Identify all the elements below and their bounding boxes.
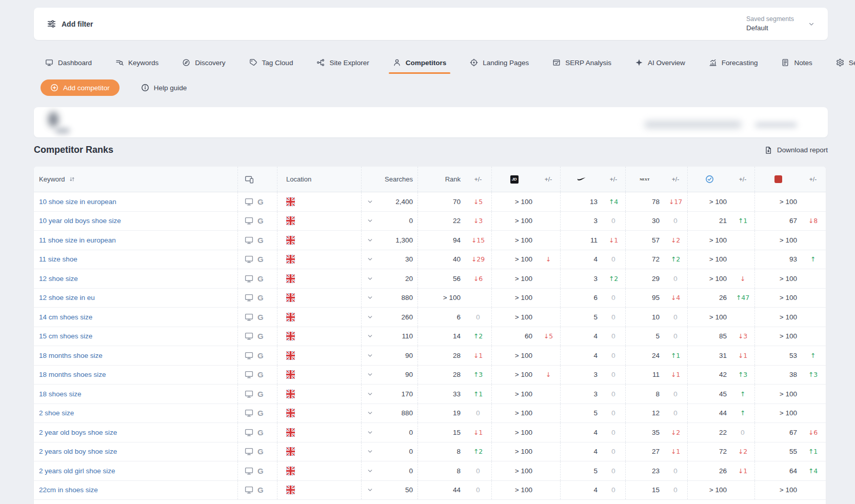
competitor-rank-cell-4: 45↑ bbox=[687, 385, 754, 404]
competitor-column-header-2[interactable]: +/- bbox=[560, 167, 625, 192]
expand-chevron-icon[interactable] bbox=[367, 410, 373, 416]
keyword-link[interactable]: 12 shoe size in eu bbox=[39, 294, 95, 301]
tab-ai-overview[interactable]: AI Overview bbox=[635, 55, 685, 70]
keyword-link[interactable]: 12 shoe size bbox=[39, 275, 78, 283]
tab-settings[interactable]: Settings bbox=[836, 55, 855, 70]
table-row[interactable]: 2 years old boy shoe size G bbox=[34, 442, 826, 462]
expand-chevron-icon[interactable] bbox=[367, 468, 373, 474]
table-row[interactable]: 18 months shoes size G bbox=[34, 366, 826, 385]
keyword-link[interactable]: 11 shoe size in european bbox=[39, 236, 116, 244]
keyword-link[interactable]: 18 months shoe size bbox=[39, 352, 103, 359]
expand-chevron-icon[interactable] bbox=[367, 429, 373, 436]
dashboard-icon bbox=[45, 58, 53, 67]
rank-column-header[interactable]: Rank +/- bbox=[417, 167, 491, 192]
uk-flag-icon bbox=[286, 351, 295, 360]
help-guide-link[interactable]: Help guide bbox=[141, 84, 187, 92]
competitor-rank-cell-2: 40 bbox=[560, 250, 625, 269]
table-row[interactable]: 2 year old boys shoe size G bbox=[34, 423, 826, 442]
expand-chevron-icon[interactable] bbox=[367, 487, 373, 493]
keyword-link[interactable]: 2 years old boy shoe size bbox=[39, 448, 117, 455]
competitor-rank-cell-4: > 100 bbox=[687, 481, 754, 500]
google-icon: G bbox=[257, 486, 264, 494]
expand-chevron-icon[interactable] bbox=[367, 391, 373, 397]
searches-column-header[interactable]: Searches bbox=[361, 167, 417, 192]
tab-forecasting[interactable]: Forecasting bbox=[709, 55, 758, 70]
table-row[interactable]: 11 size shoe G bbox=[34, 250, 826, 270]
table-row[interactable]: 11 shoe size in european G bbox=[34, 231, 826, 250]
tab-dashboard[interactable]: Dashboard bbox=[45, 55, 92, 70]
expand-chevron-icon[interactable] bbox=[367, 198, 373, 205]
tab-site-explorer[interactable]: Site Explorer bbox=[316, 55, 369, 70]
desktop-icon bbox=[245, 486, 253, 494]
keyword-link[interactable]: 15 cm shoes size bbox=[39, 332, 92, 340]
tab-serp-analysis[interactable]: SERP Analysis bbox=[552, 55, 611, 70]
table-row[interactable]: 18 shoes size G bbox=[34, 385, 826, 404]
uk-flag-icon bbox=[286, 467, 295, 475]
saved-segments-dropdown[interactable]: Saved segments Default bbox=[746, 15, 814, 33]
keyword-link[interactable]: 18 shoes size bbox=[39, 390, 82, 398]
competitor-column-header-5[interactable]: +/- bbox=[754, 167, 826, 192]
competitor-rank-cell-1: > 100 bbox=[491, 481, 560, 500]
action-row: Add competitor Help guide bbox=[41, 79, 187, 96]
table-row[interactable]: 2 shoe size G bbox=[34, 404, 826, 424]
page: { "colors": { "accent_orange": "#F28A3E"… bbox=[0, 0, 855, 504]
table-row[interactable]: 14 cm shoes size G bbox=[34, 308, 826, 327]
uk-flag-icon bbox=[286, 409, 295, 417]
keyword-link[interactable]: 2 years old girl shoe size bbox=[39, 467, 115, 475]
tab-tag-cloud[interactable]: Tag Cloud bbox=[249, 55, 293, 70]
expand-chevron-icon[interactable] bbox=[367, 448, 373, 455]
expand-chevron-icon[interactable] bbox=[367, 371, 373, 378]
competitor-rank-cell-4: 44↑ bbox=[687, 404, 754, 423]
keyword-link[interactable]: 2 year old boys shoe size bbox=[39, 429, 117, 436]
tab-landing-pages[interactable]: Landing Pages bbox=[470, 55, 529, 70]
competitor-rank-cell-4: > 100 bbox=[687, 231, 754, 250]
competitor-rank-cell-4: 85↓3 bbox=[687, 327, 754, 346]
google-icon: G bbox=[257, 217, 264, 225]
download-report-button[interactable]: Download report bbox=[764, 146, 828, 154]
competitor-rank-cell-5: > 100 bbox=[754, 269, 826, 288]
expand-chevron-icon[interactable] bbox=[367, 294, 373, 301]
expand-chevron-icon[interactable] bbox=[367, 275, 373, 282]
keyword-link[interactable]: 22cm in shoes size bbox=[39, 486, 98, 494]
table-row[interactable]: 10 shoe size in european G bbox=[34, 192, 826, 212]
rank-cell: > 100 bbox=[417, 289, 491, 308]
table-row[interactable]: 22cm in shoes size G bbox=[34, 481, 826, 500]
keyword-link[interactable]: 11 size shoe bbox=[39, 255, 77, 263]
table-row[interactable]: 12 shoe size in eu G bbox=[34, 289, 826, 308]
competitor-column-header-1[interactable]: JD +/- bbox=[491, 167, 560, 192]
expand-chevron-icon[interactable] bbox=[367, 314, 373, 320]
red-favicon bbox=[774, 175, 782, 183]
tab-discovery[interactable]: Discovery bbox=[182, 55, 225, 70]
table-row[interactable]: 2 years old girl shoe size G bbox=[34, 461, 826, 481]
competitor-rank-cell-2: 60 bbox=[560, 289, 625, 308]
expand-chevron-icon[interactable] bbox=[367, 352, 373, 359]
add-filter-button[interactable]: Add filter bbox=[47, 19, 93, 28]
table-row[interactable]: 10 year old boys shoe size G bbox=[34, 212, 826, 231]
expand-chevron-icon[interactable] bbox=[367, 256, 373, 263]
expand-chevron-icon[interactable] bbox=[367, 333, 373, 339]
tab-notes[interactable]: Notes bbox=[781, 55, 812, 70]
keyword-link[interactable]: 10 year old boys shoe size bbox=[39, 217, 121, 225]
expand-chevron-icon[interactable] bbox=[367, 237, 373, 244]
keyword-link[interactable]: 14 cm shoes size bbox=[39, 313, 92, 321]
tab-keywords[interactable]: Keywords bbox=[115, 55, 158, 70]
keyword-column-header[interactable]: Keyword bbox=[34, 167, 237, 192]
table-row[interactable]: 15 cm shoes size G bbox=[34, 327, 826, 347]
table-row[interactable]: 12 shoe size G bbox=[34, 269, 826, 289]
competitor-column-header-3[interactable]: NEXT +/- bbox=[625, 167, 687, 192]
competitor-column-header-4[interactable]: +/- bbox=[687, 167, 754, 192]
tab-competitors[interactable]: Competitors bbox=[393, 55, 447, 70]
keyword-link[interactable]: 10 shoe size in european bbox=[39, 198, 116, 206]
uk-flag-icon bbox=[286, 332, 295, 340]
searches-value: 880 bbox=[401, 409, 413, 417]
competitor-rank-cell-1: > 100 bbox=[491, 192, 560, 211]
searches-value: 880 bbox=[401, 294, 413, 301]
add-competitor-button[interactable]: Add competitor bbox=[41, 79, 120, 96]
expand-chevron-icon[interactable] bbox=[367, 217, 373, 224]
keyword-link[interactable]: 2 shoe size bbox=[39, 409, 74, 417]
uk-flag-icon bbox=[286, 428, 295, 437]
table-row[interactable]: 18 months shoe size G bbox=[34, 346, 826, 366]
keyword-link[interactable]: 18 months shoes size bbox=[39, 371, 106, 378]
google-icon: G bbox=[257, 294, 264, 301]
keywords-icon bbox=[115, 58, 124, 67]
